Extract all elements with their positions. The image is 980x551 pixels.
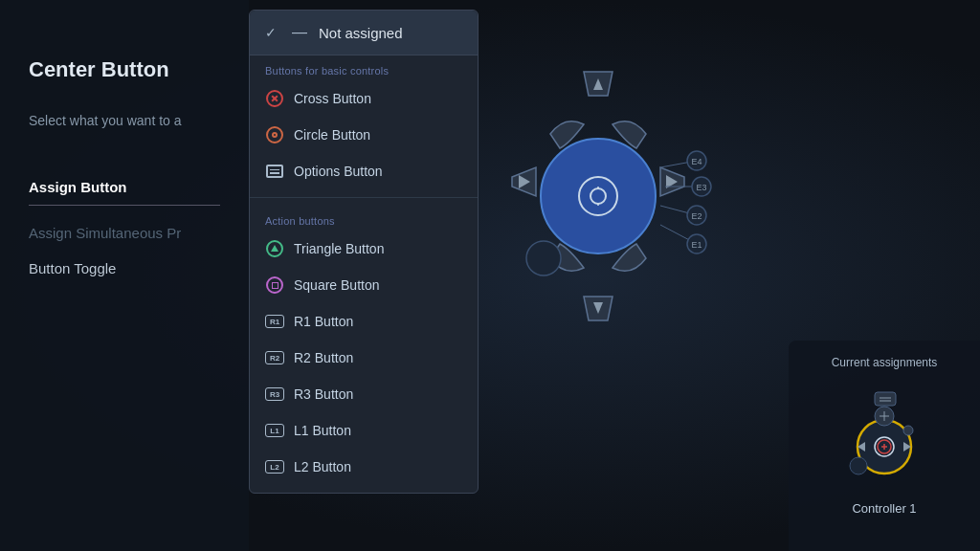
circle-button-label: Circle Button	[294, 127, 370, 143]
svg-rect-22	[875, 392, 896, 406]
dropdown-item-cross[interactable]: Cross Button	[250, 80, 478, 117]
r2-icon: R2	[265, 348, 284, 367]
svg-point-9	[526, 241, 561, 276]
left-panel: Center Button Select what you want to a …	[0, 0, 249, 551]
page-title: Center Button	[29, 57, 220, 82]
l2-button-label: L2 Button	[294, 459, 351, 474]
cross-icon	[265, 89, 284, 108]
section-label-basic: Buttons for basic controls	[250, 55, 478, 80]
triangle-button-label: Triangle Button	[294, 241, 384, 256]
svg-point-4	[541, 139, 656, 253]
page-subtitle: Select what you want to a	[29, 111, 220, 131]
dropdown-selected-text: Not assigned	[319, 25, 403, 41]
controller-label: Controller 1	[852, 501, 916, 516]
r3-icon: R3	[265, 385, 284, 404]
dropdown-item-square[interactable]: Square Button	[250, 267, 478, 303]
dropdown-item-triangle[interactable]: Triangle Button	[250, 231, 478, 267]
r3-button-label: R3 Button	[294, 386, 353, 402]
menu-item-assign-simultaneous[interactable]: Assign Simultaneous Pr	[29, 215, 220, 251]
options-button-label: Options Button	[294, 164, 383, 179]
l2-icon: L2	[265, 457, 284, 476]
svg-text:E1: E1	[691, 240, 702, 250]
l1-icon: L1	[265, 421, 284, 440]
r1-icon: R1	[265, 312, 284, 331]
circle-icon	[265, 125, 284, 144]
dash-icon: —	[290, 24, 309, 41]
dropdown-item-options[interactable]: Options Button	[250, 153, 478, 189]
controller-diagram: E4 E3 E2 E1	[459, 19, 737, 383]
dropdown-item-r3[interactable]: R3 R3 Button	[250, 376, 478, 412]
r2-button-label: R2 Button	[294, 350, 353, 365]
triangle-icon	[265, 239, 284, 258]
svg-point-36	[903, 426, 913, 435]
section-divider	[250, 197, 478, 198]
square-button-label: Square Button	[294, 277, 380, 293]
dropdown-item-r2[interactable]: R2 R2 Button	[250, 340, 478, 376]
svg-text:E4: E4	[691, 157, 702, 166]
dropdown-item-r1[interactable]: R1 R1 Button	[250, 303, 478, 340]
cross-button-label: Cross Button	[294, 91, 371, 106]
l1-button-label: L1 Button	[294, 423, 351, 438]
dropdown-menu: ✓ — Not assigned Buttons for basic contr…	[249, 10, 479, 494]
options-icon	[265, 162, 284, 181]
svg-point-35	[850, 457, 867, 474]
dropdown-header[interactable]: ✓ — Not assigned	[250, 11, 478, 55]
assignments-panel: Current assignments Controller 1	[789, 341, 980, 551]
svg-text:E3: E3	[696, 183, 706, 192]
dropdown-item-l1[interactable]: L1 L1 Button	[250, 412, 478, 449]
svg-text:E2: E2	[691, 211, 702, 221]
square-icon	[265, 276, 284, 295]
dropdown-item-circle[interactable]: Circle Button	[250, 117, 478, 153]
assignments-title: Current assignments	[832, 356, 938, 369]
r1-button-label: R1 Button	[294, 314, 353, 329]
dropdown-item-l2[interactable]: L2 L2 Button	[250, 449, 478, 485]
mini-controller-diagram	[822, 385, 947, 490]
menu-item-button-toggle[interactable]: Button Toggle	[29, 251, 220, 286]
check-icon: ✓	[265, 25, 280, 40]
menu-item-assign-button[interactable]: Assign Button	[29, 169, 220, 206]
section-label-action: Action buttons	[250, 206, 478, 231]
